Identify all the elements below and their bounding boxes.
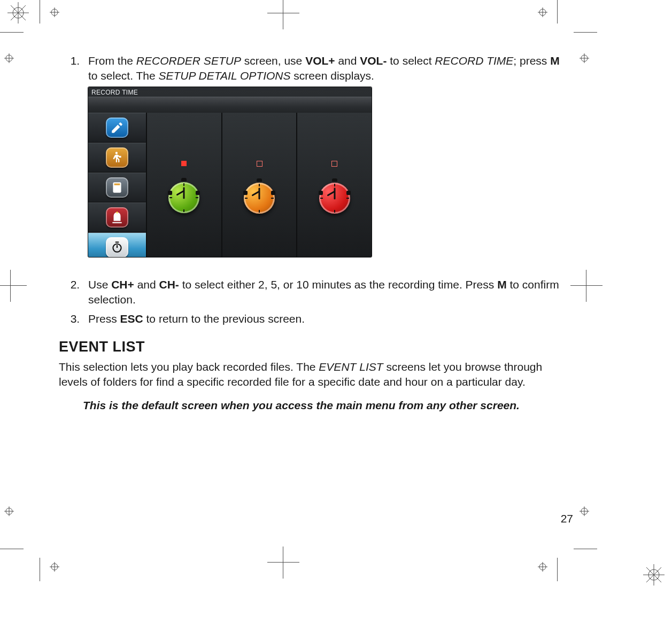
crop-mark-icon <box>267 0 299 29</box>
clock-green-icon <box>168 182 199 213</box>
step-1: From the RECORDER SETUP screen, use VOL+… <box>83 53 567 257</box>
screen-header-bar <box>88 97 372 114</box>
section-heading: EVENT LIST <box>59 339 567 355</box>
section-note: This is the default screen when you acce… <box>83 399 567 412</box>
page-body: From the RECORDER SETUP screen, use VOL+… <box>59 53 567 412</box>
sidebar-item-storage[interactable] <box>88 173 146 202</box>
crop-mark-icon <box>0 270 27 302</box>
option-5min[interactable] <box>221 113 297 257</box>
crop-mark-icon <box>574 32 597 33</box>
registration-mark-icon <box>538 7 547 17</box>
registration-mark-icon <box>642 563 666 587</box>
clock-red-icon <box>319 183 350 214</box>
option-area <box>146 113 372 257</box>
crop-mark-icon <box>0 32 24 33</box>
edit-icon <box>106 118 128 138</box>
selection-marker-icon <box>257 161 262 167</box>
option-2min[interactable] <box>146 113 221 257</box>
sidebar-item-motion[interactable] <box>88 143 146 173</box>
sidebar-item-alarm[interactable] <box>88 202 146 232</box>
crop-mark-icon <box>570 270 603 302</box>
timer-icon <box>106 237 128 257</box>
selection-marker-icon <box>181 161 187 166</box>
registration-mark-icon <box>580 506 589 516</box>
registration-mark-icon <box>538 562 547 572</box>
crop-mark-icon <box>557 0 558 24</box>
sidebar-item-edit[interactable] <box>88 113 146 143</box>
step-2: Use CH+ and CH- to select either 2, 5, o… <box>83 277 567 308</box>
crop-mark-icon <box>40 558 40 581</box>
setup-detail-screenshot: RECORD TIME <box>88 87 372 257</box>
option-10min[interactable] <box>296 113 372 257</box>
selection-marker-icon <box>331 161 337 167</box>
sidebar <box>88 113 146 257</box>
storage-icon <box>106 177 128 198</box>
step-3: Press ESC to return to the previous scre… <box>83 311 567 326</box>
crop-mark-icon <box>557 558 558 581</box>
registration-mark-icon <box>50 7 59 17</box>
page-number: 27 <box>561 512 573 525</box>
section-paragraph: This selection lets you play back record… <box>59 360 567 390</box>
sidebar-item-record-time[interactable] <box>88 232 146 257</box>
registration-mark-icon <box>4 53 14 63</box>
screen-title: RECORD TIME <box>91 88 138 97</box>
crop-mark-icon <box>267 547 299 579</box>
crop-mark-icon <box>0 549 24 549</box>
instruction-list: From the RECORDER SETUP screen, use VOL+… <box>59 53 567 327</box>
crop-mark-icon <box>40 0 40 24</box>
registration-mark-icon <box>4 506 14 516</box>
registration-mark-icon <box>580 53 589 63</box>
registration-mark-icon <box>50 562 59 572</box>
svg-rect-1 <box>114 183 120 185</box>
motion-icon <box>106 147 128 168</box>
alarm-icon <box>106 207 128 228</box>
registration-mark-icon <box>6 1 30 25</box>
clock-orange-icon <box>244 183 275 214</box>
crop-mark-icon <box>574 549 597 549</box>
